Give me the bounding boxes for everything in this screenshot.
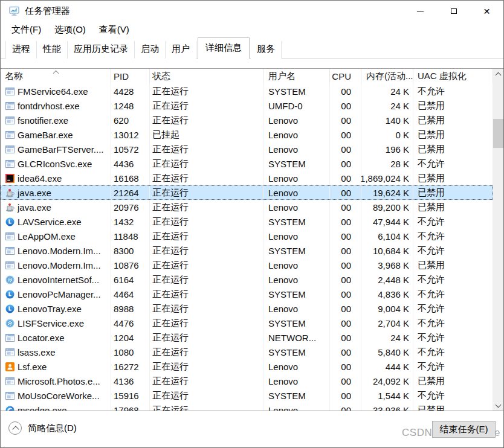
- cell-mem: 0 K: [361, 127, 413, 142]
- cell-mem: 19,624 K: [361, 185, 413, 200]
- table-row[interactable]: fsnotifier.exe620正在运行Lenovo00140 K已禁用: [1, 113, 493, 127]
- menu-item-1[interactable]: 选项(O): [50, 22, 91, 37]
- lenovo-gear-icon: [5, 275, 15, 284]
- table-row[interactable]: MoUsoCoreWorke...15916正在运行SYSTEM001,544 …: [1, 388, 493, 403]
- cell-uac: 不允许: [413, 359, 493, 374]
- table-row[interactable]: Lenovo.Modern.Im...10876正在运行Lenovo003,96…: [1, 258, 493, 272]
- fewer-details-toggle[interactable]: 简略信息(D): [8, 421, 77, 435]
- cell-pid: 17968: [111, 403, 150, 411]
- app-window-icon: [5, 392, 15, 400]
- table-row[interactable]: GameBarFTServer....10572正在运行Lenovo00196 …: [1, 142, 493, 156]
- app-window-icon: [5, 88, 15, 95]
- table-row[interactable]: GameBar.exe13012已挂起Lenovo000 K已禁用: [1, 127, 493, 142]
- table-row[interactable]: LISFService.exe4476正在运行SYSTEM002,704 K不允…: [1, 316, 493, 330]
- table-row[interactable]: msedge.exe17968正在运行Lenovo0033,936 K已禁用: [1, 403, 493, 411]
- table-row[interactable]: Lenovo.Modern.Im...8300正在运行SYSTEM0010,68…: [1, 243, 493, 258]
- table-row[interactable]: FMService64.exe4428正在运行SYSTEM0024 K不允许: [1, 84, 493, 98]
- cell-uac: 已禁用: [413, 171, 493, 185]
- cell-mem: 2,448 K: [361, 272, 413, 287]
- process-name: Locator.exe: [18, 333, 65, 343]
- table-row[interactable]: idea64.exe16168正在运行Lenovo001,869,024 K已禁…: [1, 171, 493, 185]
- cell-mem: 24,092 K: [361, 374, 413, 388]
- close-button[interactable]: ×: [470, 1, 503, 21]
- table-row[interactable]: lsass.exe1080正在运行SYSTEM005,840 K不允许: [1, 345, 493, 359]
- process-name: LeAppOM.exe: [18, 231, 76, 242]
- cell-pid: 1248: [111, 98, 150, 113]
- cell-uac: 不允许: [413, 229, 493, 243]
- app-window-icon: [5, 334, 15, 342]
- table-row[interactable]: Locator.exe1204正在运行NETWOR...0024 K不允许: [1, 330, 493, 345]
- table-row[interactable]: GLCRIconSvc.exe4436正在运行SYSTEM0028 K不允许: [1, 156, 493, 171]
- column-header-cpu[interactable]: CPU: [330, 69, 361, 84]
- lenovo-gear-icon: [5, 319, 15, 328]
- tab-1[interactable]: 性能: [37, 41, 68, 59]
- menu-item-2[interactable]: 查看(V): [94, 22, 134, 37]
- table-row[interactable]: LAVService.exe1432正在运行SYSTEM0047,944 K不允…: [1, 214, 493, 229]
- table-row[interactable]: LenovoTray.exe8988正在运行Lenovo009,004 K不允许: [1, 301, 493, 316]
- cell-pid: 20976: [111, 200, 150, 214]
- table-row[interactable]: Lsf.exe16272正在运行Lenovo00444 K不允许: [1, 359, 493, 374]
- process-name: LenovoTray.exe: [18, 304, 82, 314]
- end-task-button[interactable]: 结束任务(E): [432, 421, 496, 438]
- cell-pid: 1432: [111, 214, 150, 229]
- scrollbar-thumb[interactable]: [493, 119, 503, 148]
- cell-user: SYSTEM: [263, 345, 330, 359]
- column-header-user[interactable]: 用户名: [263, 69, 330, 84]
- cell-mem: 47,944 K: [361, 214, 413, 229]
- java-icon: [5, 188, 15, 197]
- cell-status: 正在运行: [150, 287, 263, 301]
- cell-pid: 16272: [111, 359, 150, 374]
- column-header-pid[interactable]: PID: [111, 69, 150, 84]
- cell-uac: 已禁用: [413, 98, 493, 113]
- tab-2[interactable]: 应用历史记录: [68, 41, 135, 59]
- tab-0[interactable]: 进程: [5, 41, 37, 59]
- tab-5-active[interactable]: 详细信息: [198, 37, 250, 59]
- process-name: FMService64.exe: [18, 86, 88, 97]
- scroll-up-icon[interactable]: [493, 69, 503, 79]
- process-list: 名称PID状态用户名CPU内存(活动...UAC 虚拟化 FMService64…: [1, 68, 503, 411]
- table-row[interactable]: java.exe20976正在运行Lenovo0089,200 K已禁用: [1, 200, 493, 214]
- window-controls: ×: [404, 1, 503, 21]
- cell-user: Lenovo: [263, 200, 330, 214]
- cell-status: 正在运行: [150, 156, 263, 171]
- cell-user: Lenovo: [263, 113, 330, 127]
- cell-mem: 140 K: [361, 113, 413, 127]
- column-header-status[interactable]: 状态: [150, 69, 263, 84]
- maximize-button[interactable]: [437, 1, 470, 21]
- menu-item-0[interactable]: 文件(F): [7, 22, 46, 37]
- table-row[interactable]: LenovoInternetSof...6164正在运行Lenovo002,44…: [1, 272, 493, 287]
- cell-user: Lenovo: [263, 142, 330, 156]
- tab-3[interactable]: 启动: [135, 41, 166, 59]
- app-window-icon: [5, 160, 15, 168]
- lenovo-l-icon: [5, 304, 15, 313]
- table-row[interactable]: Microsoft.Photos.e...4136正在运行Lenovo0024,…: [1, 374, 493, 388]
- column-header-mem[interactable]: 内存(活动...: [361, 69, 413, 84]
- table-row[interactable]: LeAppOM.exe11848正在运行Lenovo006,104 K不允许: [1, 229, 493, 243]
- tab-4[interactable]: 用户: [166, 41, 196, 59]
- vertical-scrollbar[interactable]: [493, 69, 503, 411]
- cell-name: Lsf.exe: [1, 359, 111, 374]
- cell-name: MoUsoCoreWorke...: [1, 388, 111, 403]
- cell-user: SYSTEM: [263, 388, 330, 403]
- app-window-icon: [5, 131, 15, 139]
- minimize-button[interactable]: [404, 1, 437, 21]
- cell-uac: 已禁用: [413, 258, 493, 272]
- column-header-uac[interactable]: UAC 虚拟化: [413, 69, 493, 84]
- tab-6[interactable]: 服务: [251, 41, 282, 59]
- cell-mem: 3,968 K: [361, 258, 413, 272]
- app-window-icon: [5, 146, 15, 153]
- task-manager-icon: [9, 6, 19, 16]
- scroll-down-icon[interactable]: [493, 400, 503, 411]
- cell-uac: 不允许: [413, 287, 493, 301]
- cell-user: Lenovo: [263, 403, 330, 411]
- cell-user: Lenovo: [263, 272, 330, 287]
- footer-bar: 简略信息(D) CSDN @Killing Vibe 结束任务(E): [1, 411, 503, 447]
- cell-mem: 89,200 K: [361, 200, 413, 214]
- cell-name: fsnotifier.exe: [1, 113, 111, 127]
- table-row[interactable]: LenovoPcManager...4464正在运行SYSTEM004,836 …: [1, 287, 493, 301]
- cell-status: 正在运行: [150, 374, 263, 388]
- table-row[interactable]: fontdrvhost.exe1248正在运行UMFD-00024 K已禁用: [1, 98, 493, 113]
- table-row-selected[interactable]: java.exe21264正在运行Lenovo0019,624 K已禁用: [1, 185, 493, 200]
- cell-cpu: 00: [330, 388, 361, 403]
- process-name: LISFService.exe: [18, 318, 84, 328]
